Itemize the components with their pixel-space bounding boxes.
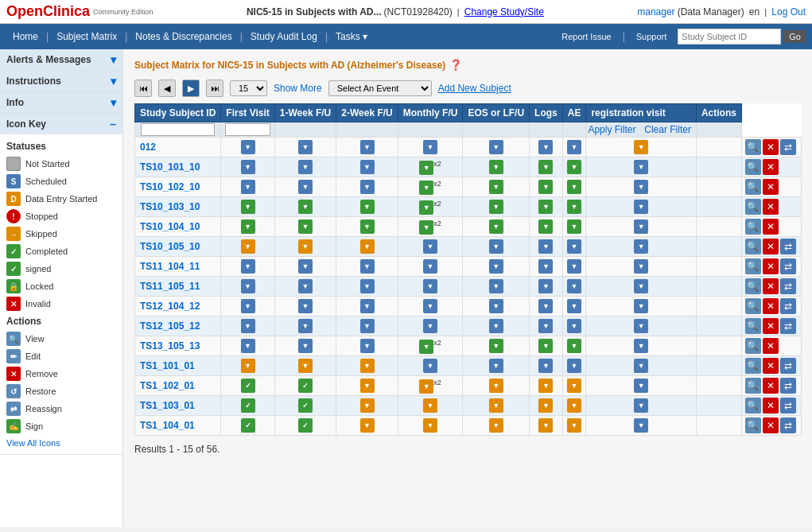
nav-home[interactable]: Home	[6, 26, 45, 47]
completed-check-icon[interactable]: ✓	[241, 379, 255, 393]
event-cell[interactable]: ▼	[221, 316, 274, 336]
scheduled-cell-icon[interactable]: ▼	[298, 319, 313, 333]
alerts-messages-header[interactable]: Alerts & Messages ▾	[0, 49, 122, 70]
nav-play-button[interactable]: ▶	[182, 80, 200, 97]
scheduled-cell-icon[interactable]: ▼	[241, 319, 255, 333]
completed-cell-icon[interactable]: ▼	[419, 181, 433, 195]
scheduled-cell-icon[interactable]: ▼	[489, 279, 503, 293]
data-entry-cell-icon[interactable]: ▼	[538, 379, 553, 393]
event-cell[interactable]: ▼	[274, 138, 336, 157]
view-action-button[interactable]: 🔍	[745, 378, 761, 394]
scheduled-cell-icon[interactable]: ▼	[298, 339, 313, 353]
event-cell[interactable]: ▼	[586, 197, 697, 217]
event-cell[interactable]: ▼	[586, 376, 697, 396]
completed-cell-icon[interactable]: ▼	[360, 219, 375, 234]
scheduled-cell-icon[interactable]: ▼	[634, 339, 648, 353]
scheduled-cell-icon[interactable]: ▼	[538, 259, 553, 274]
completed-check-icon[interactable]: ✓	[298, 379, 313, 393]
completed-check-icon[interactable]: ✓	[298, 418, 313, 433]
event-cell[interactable]: ▼	[562, 297, 586, 316]
scheduled-cell-icon[interactable]: ▼	[489, 359, 503, 373]
nav-prev-button[interactable]: ◀	[158, 80, 176, 97]
completed-cell-icon[interactable]: ▼	[298, 200, 313, 214]
event-cell[interactable]: ▼	[274, 336, 336, 356]
scheduled-cell-icon[interactable]: ▼	[538, 140, 553, 154]
event-cell[interactable]: ▼	[274, 356, 336, 376]
completed-check-icon[interactable]: ✓	[298, 398, 313, 413]
scheduled-cell-icon[interactable]: ▼	[241, 259, 255, 274]
event-cell[interactable]: ▼	[463, 396, 530, 416]
event-cell[interactable]: ▼	[586, 157, 697, 177]
scheduled-cell-icon[interactable]: ▼	[489, 299, 503, 313]
event-cell[interactable]: ▼	[274, 277, 336, 297]
nav-subject-matrix[interactable]: Subject Matrix	[50, 26, 123, 47]
event-cell[interactable]: ▼	[463, 237, 530, 257]
completed-cell-icon[interactable]: ▼	[241, 200, 255, 214]
icon-key-header[interactable]: Icon Key –	[0, 114, 122, 134]
scheduled-cell-icon[interactable]: ▼	[634, 239, 648, 254]
scheduled-cell-icon[interactable]: ▼	[241, 140, 255, 154]
reassign-action-button[interactable]: ⇄	[780, 398, 796, 414]
scheduled-cell-icon[interactable]: ▼	[241, 160, 255, 174]
completed-cell-icon[interactable]: ▼	[360, 200, 375, 214]
view-action-button[interactable]: 🔍	[745, 358, 761, 374]
event-cell[interactable]: ▼	[562, 416, 586, 436]
scheduled-cell-icon[interactable]: ▼	[567, 140, 581, 154]
view-action-button[interactable]: 🔍	[745, 298, 761, 314]
scheduled-cell-icon[interactable]: ▼	[360, 140, 375, 154]
logout-link[interactable]: Log Out	[771, 6, 806, 17]
completed-cell-icon[interactable]: ▼	[538, 339, 553, 353]
scheduled-cell-icon[interactable]: ▼	[634, 418, 648, 433]
data-entry-cell-icon[interactable]: ▼	[489, 418, 503, 433]
scheduled-cell-icon[interactable]: ▼	[634, 180, 648, 194]
reassign-action-button[interactable]: ⇄	[780, 417, 796, 433]
instructions-header[interactable]: Instructions ▾	[0, 71, 122, 91]
view-action-button[interactable]: 🔍	[745, 139, 761, 155]
reassign-action-button[interactable]: ⇄	[780, 318, 796, 334]
scheduled-cell-icon[interactable]: ▼	[538, 299, 553, 313]
event-cell[interactable]: ▼	[336, 138, 398, 157]
scheduled-cell-icon[interactable]: ▼	[567, 239, 581, 254]
remove-action-button[interactable]: ✕	[763, 338, 779, 354]
reassign-action-button[interactable]: ⇄	[780, 378, 796, 394]
nav-audit-log[interactable]: Study Audit Log	[244, 26, 324, 47]
help-icon[interactable]: ❓	[449, 59, 462, 71]
nav-tasks[interactable]: Tasks ▾	[329, 26, 374, 47]
scheduled-cell-icon[interactable]: ▼	[423, 359, 437, 373]
event-cell[interactable]: ▼	[586, 336, 697, 356]
event-cell[interactable]: ▼	[221, 277, 274, 297]
scheduled-cell-icon[interactable]: ▼	[634, 379, 648, 393]
scheduled-cell-icon[interactable]: ▼	[634, 279, 648, 293]
event-cell[interactable]: ▼	[586, 416, 697, 436]
search-input[interactable]	[678, 29, 781, 45]
subject-id-cell[interactable]: TS11_105_11	[135, 277, 221, 297]
data-entry-cell-icon[interactable]: ▼	[360, 418, 375, 433]
scheduled-cell-icon[interactable]: ▼	[489, 259, 503, 274]
scheduled-cell-icon[interactable]: ▼	[360, 339, 375, 353]
event-cell[interactable]: ✓	[274, 416, 336, 436]
remove-action-button[interactable]: ✕	[763, 358, 779, 374]
data-entry-cell-icon[interactable]: ▼	[241, 359, 255, 373]
nav-first-button[interactable]: ⏮	[134, 80, 152, 97]
event-cell[interactable]: ▼	[562, 197, 586, 217]
filter-subject-id[interactable]	[141, 123, 215, 136]
scheduled-cell-icon[interactable]: ▼	[423, 279, 437, 293]
event-cell[interactable]: ▼	[463, 138, 530, 157]
event-cell[interactable]: ▼	[274, 257, 336, 277]
scheduled-cell-icon[interactable]: ▼	[567, 319, 581, 333]
event-cell[interactable]: ▼	[221, 297, 274, 316]
remove-action-button[interactable]: ✕	[763, 318, 779, 334]
scheduled-cell-icon[interactable]: ▼	[634, 200, 648, 214]
event-cell[interactable]: ▼	[463, 197, 530, 217]
event-cell[interactable]: ▼	[530, 217, 563, 237]
completed-cell-icon[interactable]: ▼	[567, 180, 581, 194]
event-cell[interactable]: ▼	[586, 138, 697, 157]
data-entry-cell-icon[interactable]: ▼	[298, 239, 313, 254]
reassign-action-button[interactable]: ⇄	[780, 358, 796, 374]
event-cell[interactable]: ▼x2	[398, 376, 463, 396]
subject-id-cell[interactable]: 012	[135, 138, 221, 157]
scheduled-cell-icon[interactable]: ▼	[423, 299, 437, 313]
event-cell[interactable]: ✓	[274, 396, 336, 416]
subject-id-cell[interactable]: TS10_103_10	[135, 197, 221, 217]
scheduled-cell-icon[interactable]: ▼	[538, 279, 553, 293]
